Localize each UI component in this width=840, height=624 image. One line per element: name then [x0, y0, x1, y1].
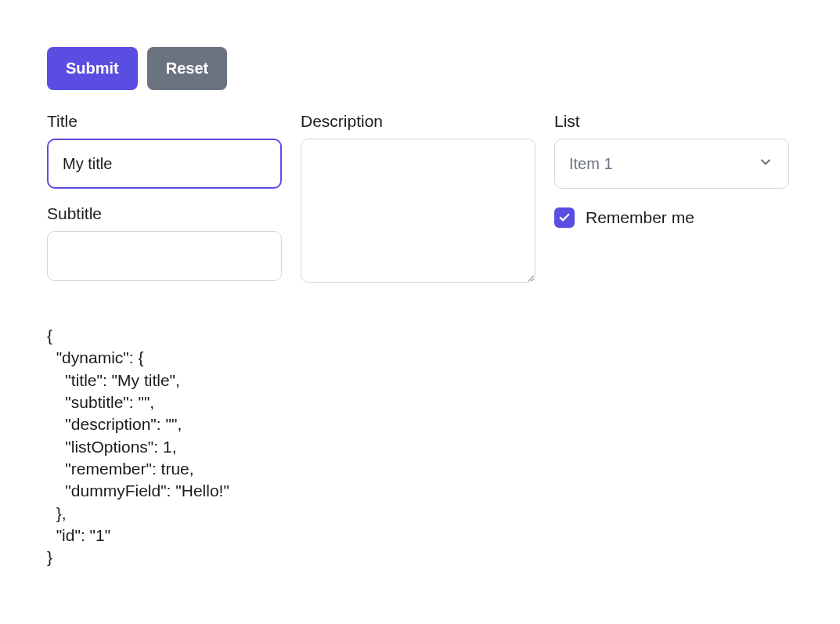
- description-textarea[interactable]: [301, 139, 535, 283]
- remember-checkbox[interactable]: [554, 207, 575, 228]
- check-icon: [558, 211, 571, 224]
- subtitle-label: Subtitle: [47, 204, 282, 223]
- description-label: Description: [301, 112, 535, 131]
- remember-label: Remember me: [586, 208, 694, 227]
- list-label: List: [554, 112, 789, 131]
- json-output: { "dynamic": { "title": "My title", "sub…: [47, 325, 793, 569]
- list-select[interactable]: Item 1: [554, 139, 789, 189]
- reset-button[interactable]: Reset: [147, 47, 227, 90]
- title-input[interactable]: [47, 139, 282, 189]
- subtitle-input[interactable]: [47, 231, 282, 281]
- title-label: Title: [47, 112, 282, 131]
- submit-button[interactable]: Submit: [47, 47, 138, 90]
